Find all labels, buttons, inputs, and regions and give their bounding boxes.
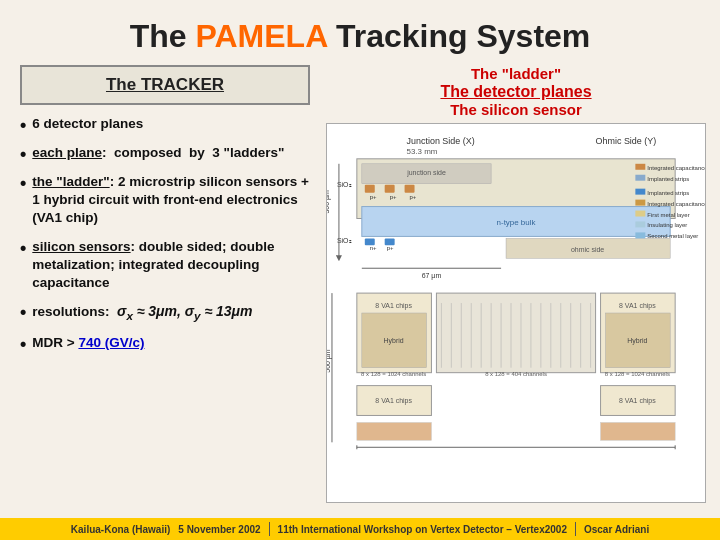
tracker-box: The TRACKER	[20, 65, 310, 105]
title-prefix: The	[130, 18, 196, 54]
bullet-item-2: • each plane: composed by 3 "ladders"	[20, 144, 310, 163]
resolutions-math: σx ≈ 3μm, σy ≈ 13μm	[117, 303, 252, 319]
svg-text:8 x 128 = 404 channels: 8 x 128 = 404 channels	[485, 371, 547, 377]
diagram-svg: Junction Side (X) 53.3 mm Ohmic Side (Y)…	[327, 124, 705, 502]
svg-rect-35	[635, 232, 645, 238]
svg-text:8 VA1 chips: 8 VA1 chips	[619, 397, 656, 405]
bullet-text-4: silicon sensors: double sided; double me…	[32, 238, 310, 293]
svg-text:8 VA1 chips: 8 VA1 chips	[375, 397, 412, 405]
right-labels: The "ladder" The detector planes The sil…	[440, 65, 591, 119]
svg-text:p+: p+	[387, 245, 394, 251]
bullet-item-1: • 6 detector planes	[20, 115, 310, 134]
footer-date: 5 November 2002	[178, 524, 260, 535]
svg-rect-33	[635, 221, 645, 227]
svg-rect-17	[365, 238, 375, 245]
svg-text:53.3 mm: 53.3 mm	[407, 147, 438, 156]
svg-text:junction side: junction side	[406, 169, 446, 177]
diagram-area: Junction Side (X) 53.3 mm Ohmic Side (Y)…	[326, 123, 706, 503]
bullet-dot-2: •	[20, 145, 26, 163]
svg-text:Integrated capacitance: Integrated capacitance	[647, 165, 705, 171]
mdr-text: MDR > 740 (GV/c)	[32, 334, 144, 352]
svg-rect-27	[635, 189, 645, 195]
bullet-dot-res: •	[20, 303, 26, 321]
svg-text:Hybrid: Hybrid	[627, 337, 647, 345]
svg-text:8 VA1 chips: 8 VA1 chips	[619, 302, 656, 310]
bullet-list: • 6 detector planes • each plane: compos…	[20, 115, 310, 363]
svg-text:8 VA1 chips: 8 VA1 chips	[375, 302, 412, 310]
tracker-label: The TRACKER	[106, 75, 224, 94]
svg-text:First metal layer: First metal layer	[647, 212, 689, 218]
svg-rect-46	[436, 293, 595, 373]
svg-rect-7	[365, 185, 375, 193]
footer-separator-2	[575, 522, 576, 536]
svg-rect-9	[405, 185, 415, 193]
mdr-value: 740 (GV/c)	[78, 335, 144, 350]
bullet-mdr: • MDR > 740 (GV/c)	[20, 334, 310, 353]
svg-rect-25	[635, 175, 645, 181]
svg-text:Hybrid: Hybrid	[384, 337, 404, 345]
footer-author: Oscar Adriani	[584, 524, 649, 535]
bullet-item-4: • silicon sensors: double sided; double …	[20, 238, 310, 293]
svg-text:Second metal layer: Second metal layer	[647, 233, 698, 239]
bullet-text-3: the "ladder": 2 microstrip silicon senso…	[32, 173, 310, 228]
svg-text:Insulating layer: Insulating layer	[647, 222, 687, 228]
bullet-resolutions: • resolutions: σx ≈ 3μm, σy ≈ 13μm	[20, 302, 310, 324]
footer-bar: Kailua-Kona (Hawaii) 5 November 2002 11t…	[0, 518, 720, 540]
svg-text:n+: n+	[370, 245, 377, 251]
svg-rect-73	[357, 422, 432, 440]
svg-text:8 x 128 = 1024 channels: 8 x 128 = 1024 channels	[361, 371, 426, 377]
svg-text:p+: p+	[390, 194, 397, 200]
bullet-dot-1: •	[20, 116, 26, 134]
title-brand: PAMELA	[196, 18, 328, 54]
bullet-dot-mdr: •	[20, 335, 26, 353]
svg-text:67 µm: 67 µm	[422, 272, 442, 280]
footer-event: 11th International Workshop on Vertex De…	[278, 524, 567, 535]
label-ladder: The "ladder"	[471, 65, 561, 83]
bullet-dot-4: •	[20, 239, 26, 257]
svg-text:p+: p+	[370, 194, 377, 200]
svg-rect-29	[635, 200, 645, 206]
footer-separator	[269, 522, 270, 536]
bullet-text-1: 6 detector planes	[32, 115, 143, 133]
right-panel: The "ladder" The detector planes The sil…	[326, 65, 706, 515]
svg-rect-23	[635, 164, 645, 170]
svg-rect-74	[601, 422, 676, 440]
svg-text:n-type bulk: n-type bulk	[497, 218, 536, 227]
svg-text:Implanted strips: Implanted strips	[647, 190, 689, 196]
svg-text:p+: p+	[410, 194, 417, 200]
label-detector: The detector planes	[440, 83, 591, 101]
svg-rect-8	[385, 185, 395, 193]
bullet-dot-3: •	[20, 174, 26, 192]
resolutions-text: resolutions: σx ≈ 3μm, σy ≈ 13μm	[32, 302, 252, 324]
page-title: The PAMELA Tracking System	[0, 0, 720, 65]
svg-text:8 x 128 = 1024 channels: 8 x 128 = 1024 channels	[605, 371, 670, 377]
bullet-text-2: each plane: composed by 3 "ladders"	[32, 144, 284, 162]
bullet-item-3: • the "ladder": 2 microstrip silicon sen…	[20, 173, 310, 228]
main-content: The TRACKER • 6 detector planes • each p…	[0, 65, 720, 515]
label-silicon: The silicon sensor	[450, 101, 582, 119]
svg-text:Junction Side (X): Junction Side (X)	[407, 136, 475, 146]
left-panel: The TRACKER • 6 detector planes • each p…	[20, 65, 310, 515]
svg-rect-18	[385, 238, 395, 245]
svg-text:Ohmic Side (Y): Ohmic Side (Y)	[596, 136, 657, 146]
svg-text:ohmic side: ohmic side	[571, 246, 604, 253]
svg-text:Integrated capacitance: Integrated capacitance	[647, 201, 705, 207]
title-suffix: Tracking System	[327, 18, 590, 54]
svg-rect-31	[635, 211, 645, 217]
footer-location: Kailua-Kona (Hawaii)	[71, 524, 170, 535]
svg-text:Implanted strips: Implanted strips	[647, 176, 689, 182]
